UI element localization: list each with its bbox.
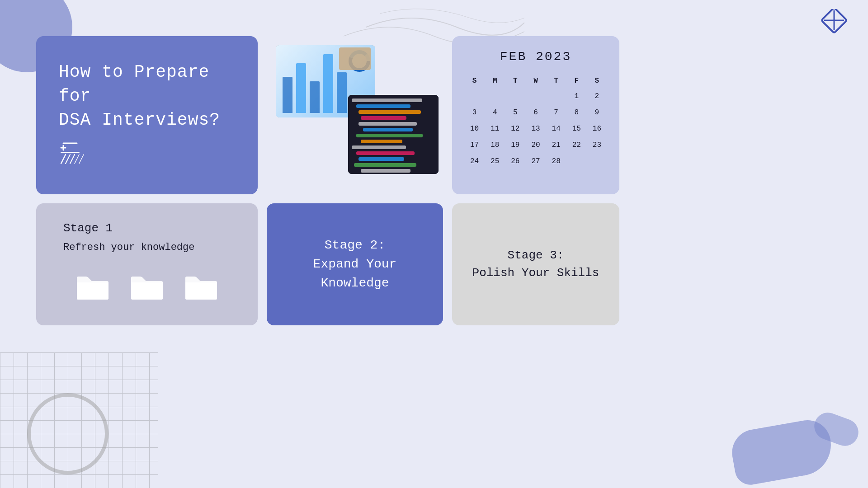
cal-empty [506, 89, 524, 103]
svg-line-9 [70, 155, 75, 164]
cal-day-2: 2 [588, 89, 606, 103]
stage1-card: Stage 1 Refresh your knowledge [36, 203, 258, 325]
cal-header-sun: S [466, 75, 483, 87]
cal-day-12: 12 [506, 122, 524, 136]
title-text: How to Prepare for [59, 60, 235, 108]
calendar-grid: S M T W T F S 1 2 3 4 5 6 7 8 9 10 11 [466, 75, 606, 168]
cal-day-7: 7 [547, 106, 565, 119]
cal-day-23: 23 [588, 138, 606, 152]
cal-day-5: 5 [506, 106, 524, 119]
stage3-card: Stage 3: Polish Your Skills [452, 203, 619, 325]
calendar-card: FEB 2023 S M T W T F S 1 2 3 4 5 6 7 8 9 [452, 36, 619, 194]
cal-day-21: 21 [547, 138, 565, 152]
svg-line-10 [75, 155, 79, 164]
cal-day-19: 19 [506, 138, 524, 152]
cal-header-sat: S [588, 75, 606, 87]
stage3-text: Stage 3: Polish Your Skills [470, 247, 601, 282]
folder-icon-3 [183, 271, 219, 300]
stage2-text: Stage 2: Expand Your Knowledge [313, 236, 397, 293]
cal-day-13: 13 [527, 122, 544, 136]
title-card: How to Prepare for DSA Interviews? [36, 36, 258, 194]
folder-icon-2 [129, 271, 165, 300]
cal-day-22: 22 [568, 138, 585, 152]
cal-header-mon: M [486, 75, 504, 87]
cal-day-17: 17 [466, 138, 483, 152]
cal-header-tue: T [506, 75, 524, 87]
cal-empty [486, 89, 504, 103]
cal-day-25: 25 [486, 155, 504, 168]
cal-day-27: 27 [527, 155, 544, 168]
svg-line-11 [79, 155, 84, 164]
stage1-heading: Stage 1 [54, 221, 113, 235]
doodle-lines [59, 139, 113, 170]
code-image [348, 95, 439, 174]
cal-header-wed: W [527, 75, 544, 87]
svg-line-7 [61, 155, 66, 164]
cal-day-9: 9 [588, 106, 606, 119]
cal-day-10: 10 [466, 122, 483, 136]
cal-day-16: 16 [588, 122, 606, 136]
cal-day-26: 26 [506, 155, 524, 168]
cal-day-8: 8 [568, 106, 585, 119]
cal-day-24: 24 [466, 155, 483, 168]
folder-row [75, 271, 219, 300]
images-card [267, 36, 443, 194]
cal-empty [527, 89, 544, 103]
cal-day-6: 6 [527, 106, 544, 119]
cal-day-11: 11 [486, 122, 504, 136]
calendar-title: FEB 2023 [466, 50, 606, 64]
cal-empty [547, 89, 565, 103]
cal-day-20: 20 [527, 138, 544, 152]
cal-day-15: 15 [568, 122, 585, 136]
cal-day-4: 4 [486, 106, 504, 119]
cal-day-1: 1 [568, 89, 585, 103]
cal-header-fri: F [568, 75, 585, 87]
cal-day-28: 28 [547, 155, 565, 168]
cal-day-18: 18 [486, 138, 504, 152]
cal-day-14: 14 [547, 122, 565, 136]
stage1-subheading: Refresh your knowledge [54, 242, 194, 253]
cal-day-3: 3 [466, 106, 483, 119]
cal-empty [466, 89, 483, 103]
title-text-2: DSA Interviews? [59, 108, 235, 132]
cal-header-thu: T [547, 75, 565, 87]
stage2-card: Stage 2: Expand Your Knowledge [267, 203, 443, 325]
svg-line-8 [66, 155, 70, 164]
main-grid: How to Prepare for DSA Interviews? [36, 36, 832, 452]
folder-icon-1 [75, 271, 111, 300]
